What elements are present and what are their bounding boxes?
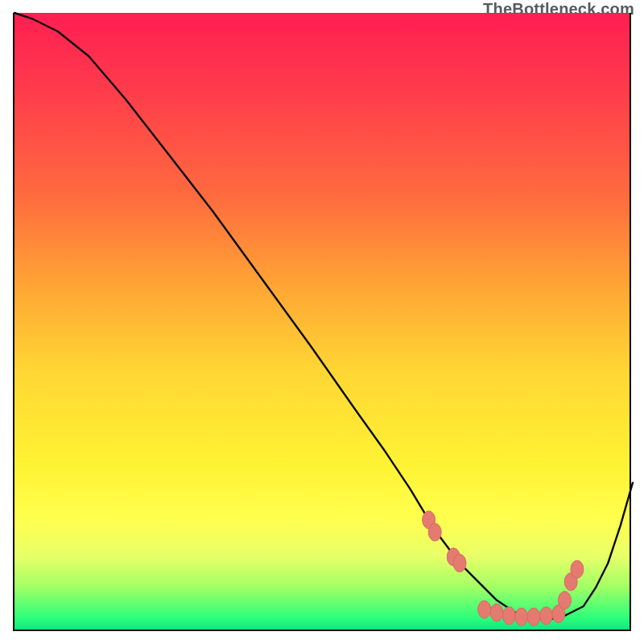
curve-markers [423, 511, 584, 626]
curve-marker [559, 592, 572, 609]
curve-marker [540, 607, 553, 625]
plot-area [13, 13, 631, 631]
curve-marker [515, 608, 528, 625]
curve-marker [502, 607, 515, 625]
curve-layer [14, 13, 633, 631]
curve-marker [490, 604, 503, 621]
chart-container: TheBottleneck.com [0, 0, 644, 644]
curve-marker [478, 601, 491, 618]
curve-marker [428, 523, 441, 541]
curve-marker [571, 560, 584, 578]
curve-marker [527, 608, 540, 625]
bottleneck-curve [14, 13, 633, 619]
curve-marker [453, 555, 466, 572]
